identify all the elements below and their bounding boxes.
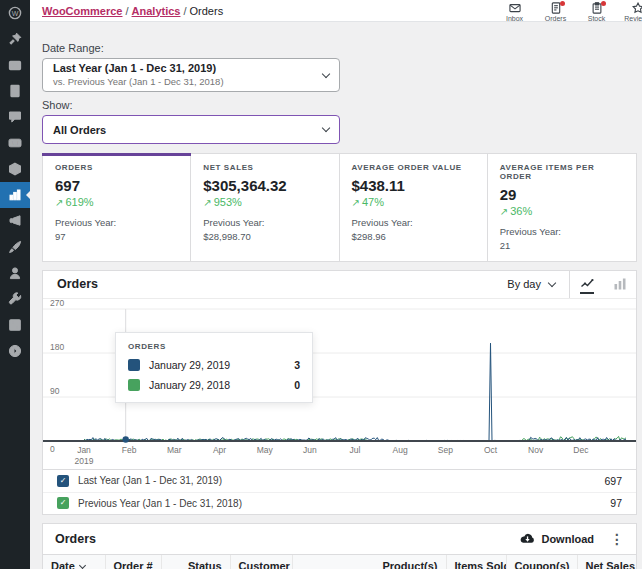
- show-label: Show:: [42, 99, 637, 111]
- legend-value: 97: [610, 497, 622, 509]
- tooltip-value: 3: [294, 359, 300, 371]
- table-title: Orders: [55, 532, 96, 546]
- chevron-down-icon: [548, 278, 556, 286]
- chart-title: Orders: [57, 277, 98, 291]
- notification-badge: [560, 1, 565, 6]
- date-range-select[interactable]: Last Year (Jan 1 - Dec 31, 2019) vs. Pre…: [42, 58, 340, 92]
- activity-reviews[interactable]: Reviews: [617, 0, 642, 22]
- sidebar-item-pages[interactable]: [0, 78, 30, 104]
- column-header-order: Order #: [105, 554, 161, 569]
- card-value: 697: [55, 177, 178, 194]
- show-value: All Orders: [53, 124, 106, 136]
- card-trend: ↗619%: [55, 196, 178, 208]
- card-value: $305,364.32: [203, 177, 326, 194]
- sidebar-item-marketing[interactable]: [0, 208, 30, 234]
- breadcrumb-analytics[interactable]: Analytics: [132, 5, 181, 17]
- admin-sidebar: W W: [0, 0, 30, 569]
- collapse-arrow-icon: [8, 344, 22, 358]
- media-icon: [8, 58, 22, 72]
- summary-cards: ORDERS 697 ↗619% Previous Year:97 NET SA…: [42, 153, 637, 262]
- interval-select[interactable]: By day: [493, 271, 569, 298]
- sidebar-item-settings[interactable]: [0, 312, 30, 338]
- card-previous: Previous Year:97: [55, 216, 178, 244]
- sidebar-item-media[interactable]: [0, 52, 30, 78]
- column-header-status: Status: [161, 554, 230, 569]
- legend-value: 697: [604, 475, 622, 487]
- chart-plot-area[interactable]: 270180900 Jan2019FebMarAprMayJunJulAugSe…: [43, 299, 636, 469]
- summary-card-average-order-value[interactable]: AVERAGE ORDER VALUE $438.11 ↗47% Previou…: [340, 154, 488, 261]
- legend-row-last-year[interactable]: ✓ Last Year (Jan 1 - Dec 31, 2019) 697: [43, 470, 636, 492]
- trend-up-icon: ↗: [500, 206, 508, 217]
- sidebar-item-appearance[interactable]: [0, 234, 30, 260]
- bar-chart-icon: [613, 277, 627, 291]
- card-label: ORDERS: [55, 163, 178, 172]
- chart-header: Orders By day: [43, 271, 636, 299]
- sidebar-item-products[interactable]: [0, 156, 30, 182]
- activity-stock[interactable]: Stock: [576, 0, 617, 22]
- sidebar-item-analytics[interactable]: [0, 182, 30, 208]
- sidebar-item-wordpress-logo[interactable]: W: [0, 0, 30, 26]
- sidebar-item-comments[interactable]: [0, 104, 30, 130]
- column-header-net-sales: Net Sales: [577, 554, 636, 569]
- chart-controls: By day: [493, 271, 636, 298]
- sidebar-item-collapse-menu[interactable]: [0, 338, 30, 364]
- breadcrumb: WooCommerce/Analytics/Orders: [42, 5, 223, 17]
- megaphone-icon: [8, 214, 22, 228]
- sidebar-item-posts[interactable]: [0, 26, 30, 52]
- card-previous: Previous Year:$298.96: [352, 216, 475, 244]
- card-trend: ↗36%: [500, 205, 624, 217]
- table-menu-button[interactable]: ⋮: [610, 532, 624, 546]
- chevron-down-icon: [322, 124, 330, 132]
- summary-card-average-items-per-order[interactable]: AVERAGE ITEMS PER ORDER 29 ↗36% Previous…: [488, 154, 636, 261]
- checkbox-checked-icon[interactable]: ✓: [57, 497, 69, 509]
- activity-label: Orders: [545, 15, 566, 22]
- tooltip-row: January 29, 2018 0: [128, 379, 300, 391]
- tooltip-label: January 29, 2018: [149, 379, 230, 391]
- cloud-download-icon: [520, 533, 535, 545]
- bar-chart-toggle[interactable]: [603, 271, 636, 298]
- main-content: Date Range: Last Year (Jan 1 - Dec 31, 2…: [30, 22, 642, 569]
- sort-chevron-icon: [79, 561, 86, 568]
- reviews-star-icon: [632, 2, 642, 14]
- woocommerce-icon: W: [8, 136, 22, 150]
- activity-panel: Inbox Orders Stock Reviews: [494, 0, 642, 22]
- column-header-coupons: Coupon(s): [506, 554, 577, 569]
- date-range-compare: vs. Previous Year (Jan 1 - Dec 31, 2018): [53, 76, 224, 88]
- bar-chart-icon: [8, 188, 22, 202]
- card-previous: Previous Year:21: [500, 225, 624, 253]
- legend-label: Last Year (Jan 1 - Dec 31, 2019): [78, 475, 222, 486]
- summary-card-net-sales[interactable]: NET SALES $305,364.32 ↗953% Previous Yea…: [191, 154, 339, 261]
- column-header-products: Product(s): [292, 554, 446, 569]
- sidebar-item-woocommerce[interactable]: W: [0, 130, 30, 156]
- sidebar-item-tools[interactable]: [0, 286, 30, 312]
- checkbox-checked-icon[interactable]: ✓: [57, 475, 69, 487]
- wrench-icon: [8, 292, 22, 306]
- download-button[interactable]: Download: [520, 533, 594, 545]
- date-range-value: Last Year (Jan 1 - Dec 31, 2019): [53, 62, 224, 76]
- summary-card-orders[interactable]: ORDERS 697 ↗619% Previous Year:97: [43, 154, 191, 261]
- table-header-row: Date Order # Status Customer Product(s) …: [43, 554, 636, 569]
- trend-up-icon: ↗: [352, 197, 360, 208]
- line-chart-toggle[interactable]: [570, 271, 603, 298]
- card-trend: ↗953%: [203, 196, 326, 208]
- svg-text:W: W: [12, 10, 19, 17]
- card-label: AVERAGE ORDER VALUE: [352, 163, 475, 172]
- column-header-date[interactable]: Date: [43, 554, 105, 569]
- card-label: AVERAGE ITEMS PER ORDER: [500, 163, 624, 181]
- chart-tooltip: ORDERS January 29, 2019 3 January 29, 20…: [115, 332, 313, 403]
- legend-row-previous-year[interactable]: ✓ Previous Year (Jan 1 - Dec 31, 2018) 9…: [43, 492, 636, 514]
- breadcrumb-current: Orders: [190, 5, 224, 17]
- breadcrumb-woocommerce[interactable]: WooCommerce: [42, 5, 122, 17]
- pages-icon: [8, 84, 22, 98]
- orders-chart-panel: Orders By day 270180900 Jan2019FebMarApr…: [42, 270, 637, 515]
- activity-label: Stock: [588, 15, 606, 22]
- inbox-icon: [509, 2, 521, 14]
- activity-orders[interactable]: Orders: [535, 0, 576, 22]
- show-select[interactable]: All Orders: [42, 115, 340, 144]
- brush-icon: [8, 240, 22, 254]
- date-range-label: Date Range:: [42, 42, 637, 54]
- table-header-bar: Orders Download ⋮: [43, 524, 636, 554]
- activity-inbox[interactable]: Inbox: [494, 0, 535, 22]
- tooltip-title: ORDERS: [128, 342, 300, 351]
- sidebar-item-users[interactable]: [0, 260, 30, 286]
